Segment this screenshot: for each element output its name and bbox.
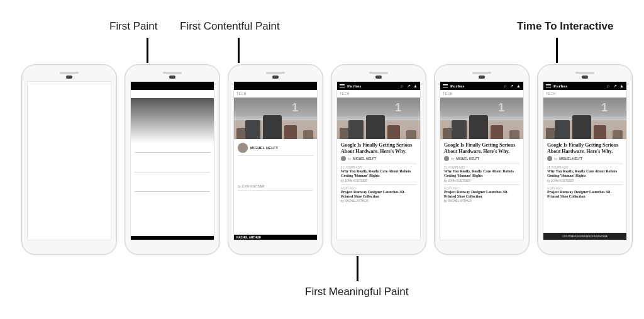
story-title[interactable]: Why You Really, Really Care About Robots… <box>543 169 626 179</box>
line-fp <box>147 38 148 63</box>
avatar <box>341 156 346 161</box>
phone-time-to-interactive: Forbes ⌕ ↗ ▲ TECH 1 Google Is Finally Ge… <box>537 64 633 255</box>
screen-blank <box>27 81 111 240</box>
story-title[interactable]: Why You Really, Really Care About Robots… <box>337 169 420 179</box>
byline-prefix: by <box>554 157 557 160</box>
site-topbar: Forbes ⌕ ↗ ▲ <box>440 82 523 90</box>
menu-icon[interactable] <box>340 84 345 87</box>
story-age: 21 HOURS AGO <box>440 164 523 169</box>
label-first-meaningful-paint: First Meaningful Paint <box>305 286 408 298</box>
story-title[interactable]: Project Runway Designer Launches 3D-Prin… <box>337 190 420 199</box>
avatar <box>444 156 449 161</box>
hero-image: 1 <box>440 98 523 139</box>
top-labels: First Paint First Contentful Paint Time … <box>0 20 644 35</box>
story-age: A DAY AGO <box>337 185 420 190</box>
phone-first-paint <box>125 64 220 255</box>
phone-first-contentful-paint: TECH 1 MIGUEL HELFT by JOHN KOETSIER RAC… <box>228 64 323 255</box>
menu-icon[interactable] <box>546 84 551 87</box>
profile-icon[interactable]: ▲ <box>413 84 418 88</box>
byline-author: MIGUEL HELFT <box>353 157 376 160</box>
skeleton-line <box>135 191 210 192</box>
story-title[interactable]: Project Runway Designer Launches 3D-Prin… <box>440 190 523 199</box>
hero-number: 1 <box>498 101 504 115</box>
skeleton-line <box>135 172 210 172</box>
screen-first-paint <box>130 81 214 240</box>
story-age: A DAY AGO <box>440 185 523 190</box>
fcp-author-row: MIGUEL HELFT <box>234 139 317 155</box>
label-first-contentful-paint: First Contentful Paint <box>180 20 280 33</box>
avatar <box>238 143 248 153</box>
brand-logo[interactable]: Forbes <box>450 84 464 89</box>
share-icon[interactable]: ↗ <box>406 84 411 88</box>
search-icon[interactable]: ⌕ <box>502 84 507 88</box>
promo-banner[interactable]: CUSTOMER EXPERIENCE EUPHORIA <box>543 233 626 240</box>
story-age: 21 HOURS AGO <box>337 164 420 169</box>
profile-icon[interactable]: ▲ <box>619 84 624 88</box>
promo-text: CUSTOMER EXPERIENCE EUPHORIA <box>562 235 608 238</box>
section-crumb: TECH <box>234 90 317 98</box>
search-icon[interactable]: ⌕ <box>606 84 610 88</box>
story-age: 21 HOURS AGO <box>543 164 626 169</box>
site-topbar: Forbes ⌕ ↗ ▲ <box>337 82 420 90</box>
share-icon[interactable]: ↗ <box>613 84 617 88</box>
story-author: by RACHEL ARTHUR <box>337 199 420 204</box>
story-title[interactable]: Why You Really, Really Care About Robots… <box>440 169 523 179</box>
phone-first-meaningful-paint: Forbes ⌕ ↗ ▲ TECH 1 Google Is Finally Ge… <box>331 64 426 255</box>
article-headline[interactable]: Google Is Finally Getting Serious About … <box>337 139 420 156</box>
hero-number: 1 <box>395 101 401 115</box>
hero-number: 1 <box>601 101 608 115</box>
screen-tti: Forbes ⌕ ↗ ▲ TECH 1 Google Is Finally Ge… <box>543 81 627 240</box>
hero-image: 1 <box>337 98 420 139</box>
hero-number: 1 <box>292 101 298 115</box>
skeleton-line <box>135 152 210 153</box>
screen-fcp: TECH 1 MIGUEL HELFT by JOHN KOETSIER RAC… <box>233 81 318 240</box>
story-author: by JOHN KOETSIER <box>543 179 626 184</box>
story-author: by RACHEL ARTHUR <box>440 199 523 204</box>
byline-prefix: by <box>451 157 454 160</box>
line-fcp <box>238 38 240 63</box>
fcp-footer-author2: RACHEL ARTHUR <box>236 236 261 239</box>
hero-image: 1 <box>543 98 626 139</box>
label-first-paint: First Paint <box>109 20 158 33</box>
fcp-author-line: by JOHN KOETSIER <box>234 185 317 190</box>
screen-fmp: Forbes ⌕ ↗ ▲ TECH 1 Google Is Finally Ge… <box>336 81 421 240</box>
author-name: MIGUEL HELFT <box>250 146 278 150</box>
section-crumb: TECH <box>337 90 420 98</box>
line-fmp <box>357 256 358 281</box>
story-title[interactable]: Project Runway Designer Launches 3D-Prin… <box>543 190 626 199</box>
search-icon[interactable]: ⌕ <box>399 84 404 88</box>
article-byline: by MIGUEL HELFT <box>440 156 523 164</box>
brand-logo[interactable]: Forbes <box>553 84 567 89</box>
phone-blank <box>21 64 117 255</box>
byline-author: MIGUEL HELFT <box>559 157 582 160</box>
brand-logo[interactable]: Forbes <box>347 84 361 89</box>
fp-footer-bar <box>131 236 214 240</box>
screen-near-complete: Forbes ⌕ ↗ ▲ TECH 1 Google Is Finally Ge… <box>440 81 524 240</box>
story-author: by JOHN KOETSIER <box>337 179 420 184</box>
section-crumb: TECH <box>543 90 626 98</box>
line-tti <box>556 38 558 63</box>
fp-top-bar <box>131 82 214 90</box>
site-topbar: Forbes ⌕ ↗ ▲ <box>543 82 626 90</box>
fcp-top-bar <box>234 82 317 90</box>
article-byline: by MIGUEL HELFT <box>543 156 626 164</box>
section-crumb: TECH <box>440 90 523 98</box>
article-headline[interactable]: Google Is Finally Getting Serious About … <box>543 139 626 156</box>
phone-near-complete: Forbes ⌕ ↗ ▲ TECH 1 Google Is Finally Ge… <box>434 64 530 255</box>
avatar <box>547 156 552 161</box>
menu-icon[interactable] <box>443 84 448 87</box>
byline-author: MIGUEL HELFT <box>456 157 479 160</box>
label-time-to-interactive: Time To Interactive <box>517 20 613 33</box>
article-headline[interactable]: Google Is Finally Getting Serious About … <box>440 139 523 156</box>
profile-icon[interactable]: ▲ <box>516 84 521 88</box>
phones-row: TECH 1 MIGUEL HELFT by JOHN KOETSIER RAC… <box>21 64 633 255</box>
hero-image: 1 <box>234 98 317 139</box>
story-author: by JOHN KOETSIER <box>440 179 523 184</box>
share-icon[interactable]: ↗ <box>509 84 514 88</box>
story-age: A DAY AGO <box>543 185 626 190</box>
fp-gradient <box>131 98 214 143</box>
byline-prefix: by <box>348 157 351 160</box>
article-byline: by MIGUEL HELFT <box>337 156 420 164</box>
